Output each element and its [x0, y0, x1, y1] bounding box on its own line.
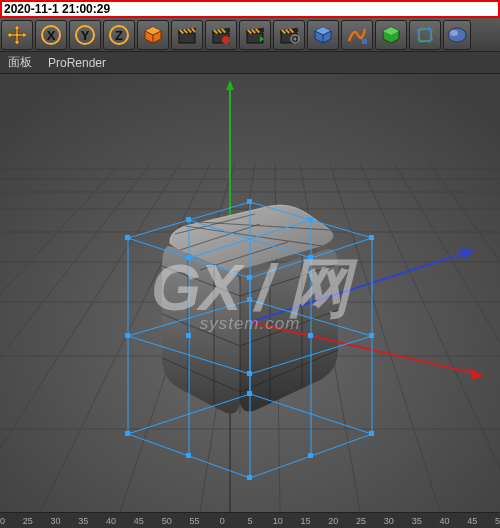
clapper1-icon [176, 24, 198, 46]
move-tool-button[interactable] [1, 20, 33, 50]
svg-rect-67 [247, 475, 252, 480]
svg-rect-59 [247, 199, 252, 204]
axis-z-button[interactable]: Z [103, 20, 135, 50]
timeline-ruler[interactable]: 202530354045505505101520253035404550 [0, 512, 500, 528]
svg-rect-68 [369, 431, 374, 436]
x-axis-icon: X [40, 24, 62, 46]
take-button[interactable] [273, 20, 305, 50]
environment-icon [446, 24, 468, 46]
svg-text:Z: Z [115, 28, 123, 43]
parent-tool-button[interactable] [137, 20, 169, 50]
svg-rect-18 [362, 39, 367, 44]
svg-point-19 [448, 28, 466, 42]
cube-orange-icon [142, 24, 164, 46]
timeline-tick: 20 [0, 516, 5, 526]
svg-rect-60 [369, 235, 374, 240]
timeline-tick: 20 [328, 516, 338, 526]
add-spline-button[interactable] [341, 20, 373, 50]
timeline-tick: 0 [220, 516, 225, 526]
timeline-tick: 5 [247, 516, 252, 526]
viewport-3d[interactable]: GX / 网 system.com [0, 74, 500, 512]
timeline-tick: 35 [412, 516, 422, 526]
generator-icon [380, 24, 402, 46]
svg-rect-66 [125, 431, 130, 436]
svg-rect-74 [186, 453, 191, 458]
svg-point-10 [222, 36, 230, 44]
svg-rect-70 [186, 217, 191, 222]
svg-rect-61 [247, 275, 252, 280]
svg-text:Y: Y [81, 28, 90, 43]
render-settings-button[interactable] [239, 20, 271, 50]
render-frame-button[interactable] [171, 20, 203, 50]
timeline-tick: 30 [384, 516, 394, 526]
add-environment-button[interactable] [443, 20, 471, 50]
svg-rect-77 [308, 333, 313, 338]
add-generator-button[interactable] [375, 20, 407, 50]
deformer-icon [414, 24, 436, 46]
svg-rect-72 [186, 255, 191, 260]
svg-rect-58 [125, 235, 130, 240]
move-icon [6, 24, 28, 46]
timestamp-bar: 2020-11-1 21:00:29 [0, 0, 500, 18]
main-toolbar: X Y Z [0, 18, 500, 52]
svg-point-17 [294, 37, 297, 40]
viewport-menu-bar: 面板 ProRender [0, 52, 500, 74]
svg-rect-63 [369, 333, 374, 338]
clapper4-icon [278, 24, 300, 46]
timeline-tick: 25 [23, 516, 33, 526]
timeline-tick: 25 [356, 516, 366, 526]
add-deformer-button[interactable] [409, 20, 441, 50]
timeline-tick: 30 [51, 516, 61, 526]
timeline-tick: 45 [467, 516, 477, 526]
cube-blue-icon [312, 24, 334, 46]
svg-rect-6 [179, 33, 195, 43]
timeline-tick: 55 [189, 516, 199, 526]
svg-rect-62 [125, 333, 130, 338]
svg-text:X: X [47, 28, 56, 43]
svg-rect-73 [308, 255, 313, 260]
menu-panel[interactable]: 面板 [8, 54, 32, 71]
add-cube-button[interactable] [307, 20, 339, 50]
timestamp-text: 2020-11-1 21:00:29 [4, 2, 110, 16]
svg-rect-71 [308, 217, 313, 222]
svg-rect-75 [308, 453, 313, 458]
timeline-tick: 50 [162, 516, 172, 526]
z-axis-icon: Z [108, 24, 130, 46]
clapper2-icon [210, 24, 232, 46]
axis-x-button[interactable]: X [35, 20, 67, 50]
clapper3-icon [244, 24, 266, 46]
timeline-tick: 40 [106, 516, 116, 526]
render-region-button[interactable] [205, 20, 237, 50]
svg-rect-64 [247, 371, 252, 376]
timeline-tick: 15 [301, 516, 311, 526]
timeline-tick: 45 [134, 516, 144, 526]
menu-prorender[interactable]: ProRender [48, 56, 106, 70]
timeline-tick: 40 [439, 516, 449, 526]
viewport-scene [0, 74, 500, 512]
y-axis-icon: Y [74, 24, 96, 46]
axis-y-button[interactable]: Y [69, 20, 101, 50]
svg-point-20 [450, 30, 458, 36]
timeline-tick: 10 [273, 516, 283, 526]
timeline-tick: 35 [78, 516, 88, 526]
spline-icon [346, 24, 368, 46]
svg-rect-65 [247, 297, 252, 302]
svg-rect-76 [186, 333, 191, 338]
svg-rect-69 [247, 391, 252, 396]
timeline-tick: 50 [495, 516, 500, 526]
